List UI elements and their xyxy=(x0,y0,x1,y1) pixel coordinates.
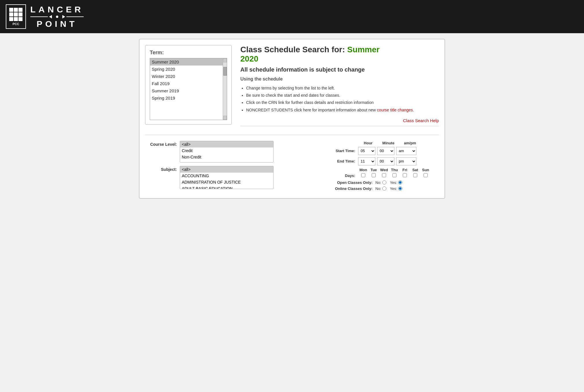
open-classes-yes-radio[interactable] xyxy=(398,180,402,184)
term-listbox[interactable]: Summer 2020 Spring 2020 Winter 2020 Fall… xyxy=(150,58,227,120)
subject-abe[interactable]: ADULT BASIC EDUCATION xyxy=(180,185,273,189)
day-wed-checkbox[interactable] xyxy=(382,173,386,177)
day-sun-header: Sun xyxy=(420,168,431,172)
bullet-3: Click on the CRN link for further class … xyxy=(246,99,439,106)
day-fri-header: Fri xyxy=(400,168,410,172)
subject-aoj[interactable]: ADMINISTRATION OF JUSTICE xyxy=(180,179,273,185)
days-label: Days: xyxy=(329,173,358,178)
course-level-label: Course Level: xyxy=(145,141,180,147)
day-wed-header: Wed xyxy=(379,168,389,172)
svg-marker-0 xyxy=(49,15,52,18)
day-mon-header: Mon xyxy=(358,168,368,172)
schedule-title-prefix: Class Schedule Search for: xyxy=(240,45,345,54)
open-classes-label: Open Classes Only: xyxy=(329,180,375,185)
subject-accounting[interactable]: ACCOUNTING xyxy=(180,173,273,179)
outer-box: Term: Summer 2020 Spring 2020 Winter 202… xyxy=(139,39,445,199)
open-classes-no-label: No: xyxy=(375,180,386,185)
term-item-summer2019[interactable]: Summer 2019 xyxy=(150,87,223,94)
term-item-spring2020[interactable]: Spring 2020 xyxy=(150,66,223,73)
subject-row: Subject: <all> ACCOUNTING ADMINISTRATION… xyxy=(145,166,318,189)
end-ampm-select[interactable]: am pm xyxy=(396,157,416,165)
start-time-label: Start Time: xyxy=(329,149,358,153)
lancer-point-text: LANCER POINT xyxy=(30,5,84,29)
start-minute-select[interactable]: 00 15 30 45 xyxy=(377,147,394,155)
day-sat-checkbox[interactable] xyxy=(413,173,417,177)
bottom-section: Course Level: <all> Credit Non-Credit Su… xyxy=(145,141,439,193)
pcc-label: PCC xyxy=(12,22,19,26)
term-item-summer2020[interactable]: Summer 2020 xyxy=(150,58,223,66)
term-label: Term: xyxy=(150,50,227,56)
online-classes-row: Online Classes Only: No: Yes: xyxy=(329,186,439,191)
using-schedule-label: Using the schedule xyxy=(240,76,439,82)
top-section: Term: Summer 2020 Spring 2020 Winter 202… xyxy=(145,45,439,132)
main-content: Term: Summer 2020 Spring 2020 Winter 202… xyxy=(0,33,584,392)
bullet-4: NONCREDIT STUDENTS click here for import… xyxy=(246,107,439,114)
day-tue-cell xyxy=(368,173,379,178)
course-level-noncredit[interactable]: Non-Credit xyxy=(180,154,273,160)
day-thu-checkbox[interactable] xyxy=(392,173,396,177)
course-title-changes-link[interactable]: course title changes. xyxy=(377,108,414,112)
ampm-header: am/pm xyxy=(398,141,422,145)
day-mon-cell xyxy=(358,173,368,178)
day-tue-checkbox[interactable] xyxy=(372,173,376,177)
subject-to-change: All schedule information is subject to c… xyxy=(240,66,439,73)
online-classes-no-radio[interactable] xyxy=(382,186,386,191)
online-classes-no-label: No: xyxy=(375,186,386,191)
logo-grid xyxy=(9,8,23,21)
end-time-label: End Time: xyxy=(329,159,358,163)
day-wed-cell xyxy=(379,173,389,178)
bullet-2: Be sure to check the start and end dates… xyxy=(246,92,439,99)
open-classes-row: Open Classes Only: No: Yes: xyxy=(329,180,439,185)
subject-select[interactable]: <all> ACCOUNTING ADMINISTRATION OF JUSTI… xyxy=(180,166,274,189)
end-time-row: End Time: 05 06 07 08 09 10 11 12 00 15 xyxy=(329,157,439,165)
time-header-row: Hour Minute am/pm xyxy=(329,141,439,145)
point-label: POINT xyxy=(30,19,84,29)
class-search-help-link[interactable]: Class Search Help xyxy=(403,118,439,123)
course-level-all[interactable]: <all> xyxy=(180,141,273,148)
online-classes-no-text: No: xyxy=(375,186,381,191)
term-scrollbar-thumb xyxy=(223,67,227,76)
subject-label: Subject: xyxy=(145,166,180,172)
day-sun-checkbox[interactable] xyxy=(424,173,428,177)
start-hour-select[interactable]: 05 06 07 08 09 10 11 12 xyxy=(358,147,375,155)
class-search-help-row: Class Search Help xyxy=(240,118,439,123)
day-sat-header: Sat xyxy=(410,168,420,172)
end-minute-select[interactable]: 00 15 30 45 xyxy=(377,157,394,165)
day-sun-cell xyxy=(420,173,431,178)
arrow-left-icon xyxy=(49,15,55,18)
bullet-list: Change terms by selecting from the list … xyxy=(240,85,439,114)
course-level-select[interactable]: <all> Credit Non-Credit xyxy=(180,141,274,163)
term-item-winter2020[interactable]: Winter 2020 xyxy=(150,73,223,80)
term-item-fall2019[interactable]: Fall 2019 xyxy=(150,80,223,87)
left-fields: Course Level: <all> Credit Non-Credit Su… xyxy=(145,141,318,193)
open-classes-radio-group: No: Yes: xyxy=(375,180,402,185)
online-classes-label: Online Classes Only: xyxy=(329,186,375,191)
term-panel: Term: Summer 2020 Spring 2020 Winter 202… xyxy=(145,45,232,125)
open-classes-yes-label: Yes: xyxy=(390,180,402,185)
info-panel: Class Schedule Search for: Summer2020 Al… xyxy=(240,45,439,132)
arrow-right-icon xyxy=(59,15,65,18)
subject-all[interactable]: <all> xyxy=(180,166,273,173)
bullet-1: Change terms by selecting from the list … xyxy=(246,85,439,92)
term-list: Summer 2020 Spring 2020 Winter 2020 Fall… xyxy=(150,58,223,120)
open-classes-no-radio[interactable] xyxy=(382,180,386,184)
course-level-credit[interactable]: Credit xyxy=(180,148,273,154)
day-tue-header: Tue xyxy=(368,168,379,172)
svg-marker-1 xyxy=(62,15,65,18)
term-item-spring2019[interactable]: Spring 2019 xyxy=(150,94,223,102)
day-sat-cell xyxy=(410,173,420,178)
start-ampm-select[interactable]: am pm xyxy=(396,147,416,155)
lancer-label: LANCER xyxy=(30,5,84,14)
course-level-row: Course Level: <all> Credit Non-Credit xyxy=(145,141,318,163)
right-fields: Hour Minute am/pm Start Time: 05 06 07 0… xyxy=(329,141,439,193)
days-header-row: Mon Tue Wed Thu Fri Sat Sun xyxy=(329,168,439,172)
open-classes-no-text: No: xyxy=(375,180,381,185)
online-classes-yes-radio[interactable] xyxy=(398,186,402,191)
schedule-title: Class Schedule Search for: Summer2020 xyxy=(240,45,439,64)
end-hour-select[interactable]: 05 06 07 08 09 10 11 12 xyxy=(358,157,375,165)
day-mon-checkbox[interactable] xyxy=(361,173,365,177)
term-scrollbar[interactable] xyxy=(223,58,227,120)
day-fri-checkbox[interactable] xyxy=(403,173,407,177)
logo-area: PCC LANCER POINT xyxy=(6,4,84,29)
online-classes-yes-text: Yes: xyxy=(390,186,397,191)
